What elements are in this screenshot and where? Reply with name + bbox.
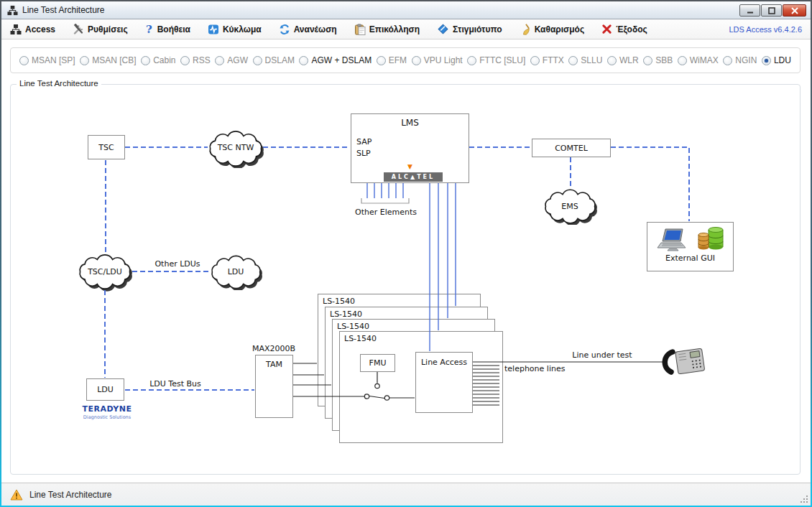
toolbar-paste-button[interactable]: Επικόλληση: [354, 24, 420, 35]
radio-label: Cabin: [153, 55, 175, 65]
radio-circle: [530, 56, 540, 65]
maximize-button[interactable]: [761, 4, 782, 17]
radio-sbb[interactable]: SBB: [643, 55, 673, 65]
radio-label: WiMAX: [690, 55, 719, 65]
node-lms-sap: SAP: [356, 137, 372, 146]
toolbar-refresh-button[interactable]: Ανανέωση: [279, 24, 337, 35]
radio-wlr[interactable]: WLR: [607, 55, 639, 65]
radio-label: SLLU: [581, 55, 602, 65]
node-fmu-label: FMU: [369, 358, 387, 368]
toolbar-clean-label: Καθαρισμός: [535, 24, 585, 34]
radio-agw[interactable]: AGW: [215, 55, 248, 65]
paste-icon: [354, 24, 366, 35]
radio-agw-dslam[interactable]: AGW + DSLAM: [299, 55, 372, 65]
node-tsc: TSC: [88, 135, 125, 159]
toolbar: Access Ρυθμίσεις ? Βοήθεια Κύκλωμα: [1, 19, 811, 39]
radio-msan-sp[interactable]: MSAN [SP]: [19, 55, 75, 65]
radio-circle: [299, 56, 308, 65]
radio-label: AGW: [227, 55, 248, 65]
radio-cabin[interactable]: Cabin: [141, 55, 175, 65]
radio-circle: [412, 56, 421, 65]
toolbar-exit-button[interactable]: Έξοδος: [601, 24, 647, 34]
ldu-test-bus-label: LDU Test Bus: [145, 379, 206, 389]
version-label: LDS Access v6.4.2.6: [729, 25, 803, 34]
node-ldu-label: LDU: [97, 385, 114, 394]
radio-sllu[interactable]: SLLU: [568, 55, 602, 65]
technology-selector: MSAN [SP] MSAN [CB] Cabin RSS AGW DSLAM …: [10, 47, 801, 73]
radio-label: LDU: [774, 55, 791, 65]
node-ls1540-3-label: LS-1540: [337, 322, 369, 331]
node-line-access-label: Line Access: [421, 358, 467, 367]
node-lms: LMS SAP SLP ▼ ALC▲TEL: [351, 113, 469, 183]
minimize-button[interactable]: [739, 4, 760, 17]
radio-ldu[interactable]: LDU: [762, 55, 791, 65]
radio-msan-cb[interactable]: MSAN [CB]: [80, 55, 136, 65]
toolbar-snapshot-button[interactable]: Στιγμιότυπο: [437, 23, 502, 35]
max2000b-label: MAX2000B: [250, 344, 297, 353]
node-ls1540-4-label: LS-1540: [344, 334, 377, 343]
toolbar-paste-label: Επικόλληση: [369, 24, 420, 34]
radio-label: FTTC [SLU]: [479, 55, 525, 65]
radio-efm[interactable]: EFM: [377, 55, 407, 65]
clean-icon: [520, 24, 531, 35]
node-comtel: COMTEL: [532, 139, 611, 157]
radio-fttx[interactable]: FTTX: [530, 55, 564, 65]
radio-circle: [643, 56, 652, 65]
access-icon: [10, 24, 22, 35]
radio-wimax[interactable]: WiMAX: [678, 55, 719, 65]
radio-circle: [607, 56, 617, 65]
window-title: Line Test Architecture: [22, 5, 105, 15]
radio-circle: [467, 56, 476, 65]
toolbar-help-button[interactable]: ? Βοήθεια: [145, 24, 190, 35]
radio-vpu-light[interactable]: VPU Light: [412, 55, 463, 65]
snapshot-icon: [437, 23, 449, 35]
cloud-ems-label: EMS: [544, 202, 596, 211]
toolbar-circuit-button[interactable]: Κύκλωμα: [208, 24, 262, 35]
toolbar-settings-button[interactable]: Ρυθμίσεις: [73, 24, 128, 35]
teradyne-name: TERADYNE: [82, 404, 132, 414]
refresh-icon: [279, 24, 290, 35]
cloud-tsc-ntw-label: TSC NTW: [210, 143, 262, 152]
node-lms-slp: SLP: [356, 149, 371, 158]
node-external-gui: External GUI: [647, 222, 734, 271]
toolbar-exit-label: Έξοδος: [616, 24, 647, 34]
toolbar-clean-button[interactable]: Καθαρισμός: [520, 24, 585, 35]
radio-ngin[interactable]: NGIN: [723, 55, 757, 65]
toolbar-snapshot-label: Στιγμιότυπο: [453, 24, 502, 34]
radio-circle: [19, 56, 29, 65]
node-tam: TAM: [255, 355, 293, 418]
radio-label: AGW + DSLAM: [311, 55, 372, 65]
node-comtel-label: COMTEL: [555, 144, 588, 153]
close-button[interactable]: [783, 4, 806, 17]
resize-grip[interactable]: [799, 494, 808, 503]
radio-circle: [80, 56, 89, 65]
radio-circle: [180, 56, 190, 65]
radio-label: DSLAM: [265, 55, 295, 65]
node-ldu: LDU: [86, 378, 124, 401]
telephone-lines-label: telephone lines: [504, 364, 569, 373]
node-lms-title: LMS: [351, 118, 469, 128]
radio-label: WLR: [619, 55, 639, 65]
toolbar-help-label: Βοήθεια: [157, 24, 190, 34]
radio-label: RSS: [193, 55, 211, 65]
node-ls1540-1-label: LS-1540: [323, 297, 355, 306]
radio-label: VPU Light: [424, 55, 463, 65]
radio-rss[interactable]: RSS: [180, 55, 211, 65]
radio-label: MSAN [CB]: [92, 55, 136, 65]
toolbar-access-button[interactable]: Access: [10, 24, 55, 35]
radio-fttc-slu[interactable]: FTTC [SLU]: [467, 55, 525, 65]
radio-label: MSAN [SP]: [32, 55, 75, 65]
radio-label: EFM: [389, 55, 407, 65]
radio-dslam[interactable]: DSLAM: [253, 55, 295, 65]
radio-circle: [568, 56, 578, 65]
diagram-group-title: Line Test Architecture: [17, 79, 101, 88]
teradyne-logo: TERADYNE Diagnostic Solutions: [82, 404, 132, 420]
titlebar[interactable]: Line Test Architecture: [1, 1, 811, 19]
radio-circle: [762, 56, 771, 65]
svg-text:?: ?: [146, 24, 152, 35]
laptop-icon: [657, 228, 688, 252]
toolbar-circuit-label: Κύκλωμα: [223, 24, 262, 34]
teradyne-tagline: Diagnostic Solutions: [82, 414, 132, 420]
alcatel-triangle-icon: ▼: [407, 164, 412, 170]
circuit-icon: [208, 24, 219, 35]
